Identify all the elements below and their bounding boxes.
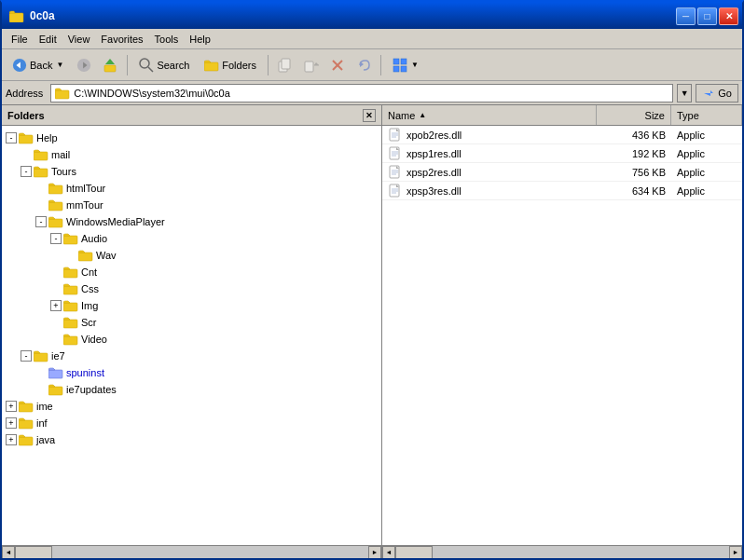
svg-rect-20 — [393, 66, 399, 72]
file-size-cell: 192 KB — [597, 148, 671, 159]
menu-favorites[interactable]: Favorites — [95, 32, 148, 47]
folder-tree[interactable]: -Helpmail-TourshtmlTourmmTour-WindowsMed… — [2, 126, 381, 545]
up-button[interactable] — [98, 53, 122, 77]
views-icon — [393, 58, 407, 73]
search-button[interactable]: Search — [132, 53, 196, 77]
col-header-type[interactable]: Type — [671, 105, 742, 125]
file-hscroll-right-btn[interactable]: ► — [729, 546, 742, 559]
tree-item[interactable]: -Audio — [2, 230, 381, 247]
menu-edit[interactable]: Edit — [34, 32, 62, 47]
table-row[interactable]: xpsp1res.dll 192 KB Applic — [382, 144, 742, 163]
tree-item[interactable]: +ime — [2, 398, 381, 415]
tree-item[interactable]: Scr — [2, 314, 381, 331]
col-name-label: Name — [388, 110, 415, 121]
tree-item-label: ie7updates — [66, 384, 117, 395]
go-label: Go — [718, 88, 732, 99]
svg-rect-32 — [63, 269, 77, 278]
tree-expand-btn[interactable]: + — [6, 434, 17, 445]
folder-icon — [63, 299, 78, 312]
table-row[interactable]: xpsp2res.dll 756 KB Applic — [382, 163, 742, 182]
svg-marker-6 — [105, 59, 115, 64]
tree-item[interactable]: ie7updates — [2, 381, 381, 398]
close-button[interactable]: ✕ — [719, 7, 738, 25]
tree-item[interactable]: Video — [2, 331, 381, 348]
folder-icon — [19, 433, 34, 446]
address-folder-icon — [55, 87, 70, 100]
go-button[interactable]: Go — [696, 84, 738, 102]
folder-panel-header: Folders ✕ — [2, 105, 381, 126]
views-button[interactable]: ▼ — [386, 53, 425, 77]
tree-item[interactable]: Cnt — [2, 264, 381, 280]
tree-expand-placeholder — [50, 283, 62, 294]
tree-item[interactable]: spuninst — [2, 364, 381, 381]
tree-item[interactable]: -Help — [2, 130, 381, 146]
menu-file[interactable]: File — [6, 32, 34, 47]
tree-item[interactable]: Wav — [2, 247, 381, 264]
folder-panel-close[interactable]: ✕ — [363, 109, 376, 122]
svg-rect-41 — [19, 420, 33, 429]
folder-tree-hscrollbar[interactable]: ◄ ► — [2, 545, 381, 558]
tree-expand-btn[interactable]: - — [50, 233, 62, 244]
hscroll-left-btn[interactable]: ◄ — [2, 546, 15, 559]
tree-expand-btn[interactable]: + — [6, 401, 17, 412]
views-dropdown-arrow[interactable]: ▼ — [411, 61, 419, 69]
file-hscroll-left-btn[interactable]: ◄ — [382, 546, 395, 559]
table-row[interactable]: xpob2res.dll 436 KB Applic — [382, 126, 742, 144]
table-row[interactable]: xpsp3res.dll 634 KB Applic — [382, 182, 742, 200]
folders-button[interactable]: Folders — [198, 53, 263, 77]
address-bar: Address C:\WINDOWS\system32\mui\0c0a ▼ G… — [2, 81, 742, 105]
address-dropdown-button[interactable]: ▼ — [677, 84, 692, 102]
move-button[interactable] — [299, 53, 324, 77]
svg-rect-37 — [34, 353, 48, 362]
undo-button[interactable] — [351, 53, 376, 77]
svg-rect-0 — [9, 13, 23, 22]
tree-expand-btn[interactable]: - — [35, 216, 47, 227]
file-hscroll-track[interactable] — [395, 546, 729, 559]
folder-icon — [63, 232, 78, 245]
file-panel-hscrollbar[interactable]: ◄ ► — [382, 545, 742, 558]
tree-expand-btn[interactable]: + — [50, 300, 62, 311]
up-icon — [103, 58, 117, 73]
file-name-cell: xpsp3res.dll — [382, 184, 597, 198]
maximize-button[interactable]: □ — [697, 7, 717, 25]
col-header-name[interactable]: Name ▲ — [382, 105, 597, 125]
svg-rect-34 — [63, 303, 77, 311]
tree-expand-btn[interactable]: - — [21, 166, 32, 177]
hscroll-right-btn[interactable]: ► — [368, 546, 381, 559]
minimize-button[interactable]: ─ — [676, 7, 696, 25]
hscroll-thumb[interactable] — [15, 546, 52, 559]
folder-icon — [19, 400, 34, 413]
svg-rect-26 — [34, 169, 48, 177]
svg-rect-28 — [48, 202, 62, 211]
tree-item[interactable]: htmlTour — [2, 180, 381, 197]
forward-button[interactable] — [72, 53, 96, 77]
file-list: xpob2res.dll 436 KB Applic xpsp1res.dll … — [382, 126, 742, 545]
tree-item[interactable]: +inf — [2, 415, 381, 431]
file-hscroll-thumb[interactable] — [395, 546, 433, 559]
tree-item[interactable]: +Img — [2, 297, 381, 314]
file-name: xpsp2res.dll — [406, 167, 462, 178]
tree-item[interactable]: -ie7 — [2, 348, 381, 364]
copy-button[interactable] — [273, 53, 297, 77]
separator-3 — [380, 55, 381, 75]
tree-item[interactable]: mmTour — [2, 197, 381, 213]
back-button[interactable]: Back ▼ — [6, 53, 70, 77]
hscroll-track[interactable] — [15, 546, 368, 559]
tree-expand-placeholder — [65, 250, 76, 261]
tree-expand-btn[interactable]: + — [6, 417, 17, 429]
tree-expand-btn[interactable]: - — [21, 350, 32, 362]
file-type: Applic — [677, 185, 705, 197]
col-header-size[interactable]: Size — [597, 105, 671, 125]
menu-help[interactable]: Help — [184, 32, 216, 47]
tree-item[interactable]: +java — [2, 431, 381, 448]
delete-button[interactable] — [325, 53, 350, 77]
tree-item[interactable]: -WindowsMediaPlayer — [2, 213, 381, 230]
menu-view[interactable]: View — [62, 32, 96, 47]
back-dropdown-arrow[interactable]: ▼ — [56, 61, 63, 69]
tree-item[interactable]: Css — [2, 280, 381, 297]
tree-item[interactable]: -Tours — [2, 163, 381, 180]
menu-tools[interactable]: Tools — [149, 32, 185, 47]
address-value[interactable]: C:\WINDOWS\system32\mui\0c0a — [74, 88, 668, 99]
tree-expand-btn[interactable]: - — [6, 132, 17, 143]
tree-item[interactable]: mail — [2, 146, 381, 163]
